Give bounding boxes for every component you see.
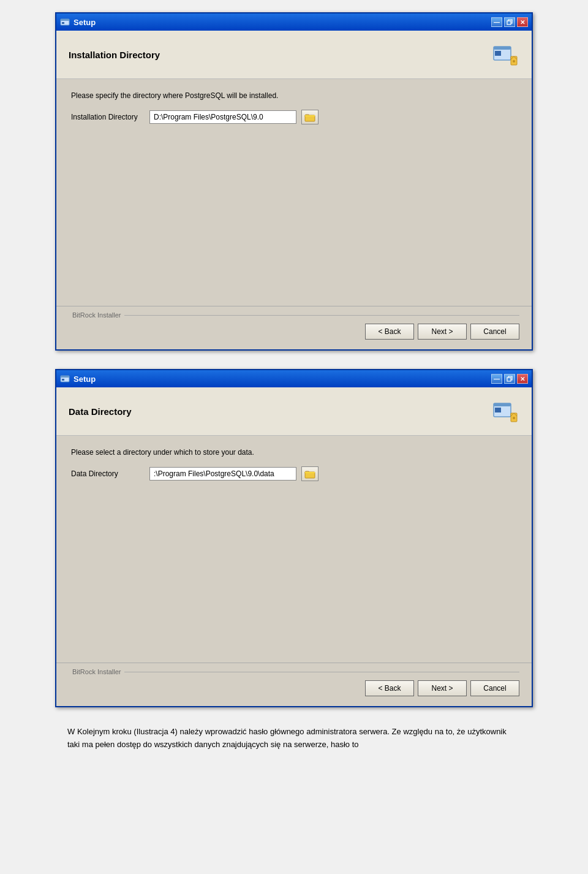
- title-bar-2: Setup — ✕: [56, 370, 532, 387]
- svg-rect-13: [62, 379, 64, 381]
- footer-area-2: BitRock Installer < Back Next > Cancel: [56, 663, 532, 706]
- title-bar-left-2: Setup: [60, 374, 96, 384]
- title-controls-2: — ✕: [491, 374, 528, 384]
- svg-rect-6: [495, 51, 501, 56]
- field-label-1: Installation Directory: [71, 113, 145, 121]
- header-bar-2: Data Directory: [56, 387, 532, 436]
- header-icon-1: [489, 39, 519, 70]
- window-title-1: Setup: [74, 18, 96, 27]
- svg-rect-10: [305, 115, 315, 116]
- svg-rect-1: [61, 19, 69, 21]
- svg-rect-2: [62, 22, 64, 24]
- close-button-2[interactable]: ✕: [517, 374, 528, 384]
- title-bar-left-1: Setup: [60, 17, 96, 27]
- bitrock-line-1: BitRock Installer: [69, 311, 519, 319]
- description-2: Please select a directory under which to…: [71, 448, 517, 457]
- header-title-2: Data Directory: [69, 406, 132, 417]
- content-area-1: Please specify the directory where Postg…: [56, 79, 532, 306]
- field-label-2: Data Directory: [71, 469, 145, 478]
- back-button-1[interactable]: < Back: [365, 324, 414, 340]
- header-title-1: Installation Directory: [69, 50, 160, 60]
- cancel-button-1[interactable]: Cancel: [470, 324, 519, 340]
- setup-icon-1: [60, 17, 70, 27]
- back-button-2[interactable]: < Back: [365, 680, 414, 696]
- next-button-2[interactable]: Next >: [418, 680, 467, 696]
- footer-buttons-2: < Back Next > Cancel: [69, 680, 519, 696]
- restore-button-1[interactable]: [504, 17, 515, 27]
- footer-area-1: BitRock Installer < Back Next > Cancel: [56, 306, 532, 349]
- minimize-button-1[interactable]: —: [491, 17, 502, 27]
- header-bar-1: Installation Directory: [56, 31, 532, 79]
- data-dir-input[interactable]: [149, 467, 296, 481]
- close-button-1[interactable]: ✕: [517, 17, 528, 27]
- paragraph-text: W Kolejnym kroku (Ilustracja 4) należy w…: [67, 726, 521, 751]
- cancel-button-2[interactable]: Cancel: [470, 680, 519, 696]
- setup-icon-2: [60, 374, 70, 384]
- setup-window-1: Setup — ✕ Installation Directory: [55, 12, 533, 351]
- browse-button-2[interactable]: [301, 466, 318, 481]
- paragraph-section: W Kolejnym kroku (Ilustracja 4) należy w…: [55, 726, 533, 751]
- svg-rect-17: [495, 408, 501, 412]
- restore-button-2[interactable]: [504, 374, 515, 384]
- svg-rect-14: [507, 378, 511, 381]
- bitrock-label-1: BitRock Installer: [72, 311, 121, 319]
- setup-window-2: Setup — ✕ Data Directory: [55, 369, 533, 707]
- window-body-1: Installation Directory Please specify th…: [56, 31, 532, 349]
- title-bar-1: Setup — ✕: [56, 13, 532, 31]
- bitrock-label-2: BitRock Installer: [72, 668, 121, 675]
- title-controls-1: — ✕: [491, 17, 528, 27]
- svg-point-19: [513, 417, 515, 419]
- bitrock-line-2: BitRock Installer: [69, 668, 519, 675]
- minimize-button-2[interactable]: —: [491, 374, 502, 384]
- svg-point-8: [513, 60, 515, 63]
- svg-rect-12: [61, 376, 69, 378]
- svg-rect-5: [494, 47, 511, 50]
- installation-dir-input[interactable]: [149, 110, 296, 124]
- description-1: Please specify the directory where Postg…: [71, 91, 517, 100]
- svg-rect-21: [305, 472, 315, 473]
- svg-rect-16: [494, 403, 511, 406]
- field-row-2: Data Directory: [71, 466, 517, 481]
- header-icon-2: [489, 396, 519, 427]
- next-button-1[interactable]: Next >: [418, 324, 467, 340]
- field-row-1: Installation Directory: [71, 110, 517, 124]
- footer-buttons-1: < Back Next > Cancel: [69, 324, 519, 340]
- window-body-2: Data Directory Please select a directory…: [56, 387, 532, 706]
- browse-button-1[interactable]: [301, 110, 318, 124]
- window-title-2: Setup: [74, 374, 96, 384]
- content-area-2: Please select a directory under which to…: [56, 436, 532, 663]
- svg-rect-3: [507, 21, 511, 25]
